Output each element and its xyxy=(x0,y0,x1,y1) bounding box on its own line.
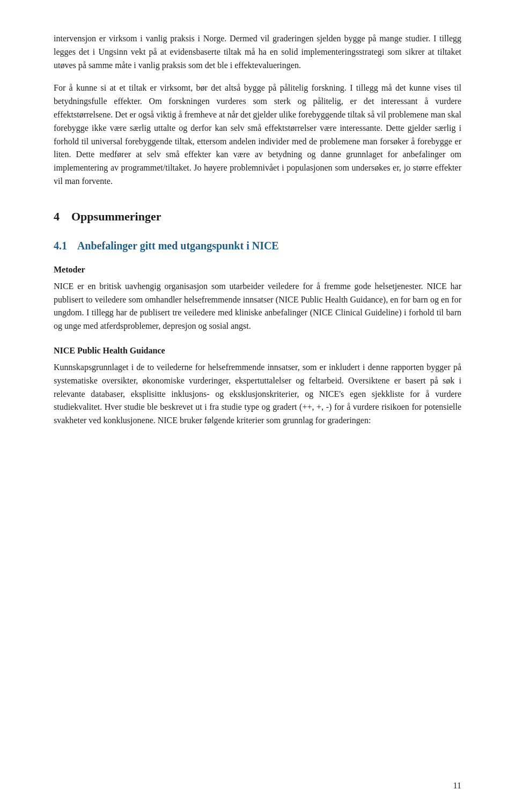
metoder-paragraph-1: NICE er en britisk uavhengig organisasjo… xyxy=(54,280,461,333)
paragraph-1: intervensjon er virksom i vanlig praksis… xyxy=(54,32,461,72)
section-41-title: Anbefalinger gitt med utgangspunkt i NIC… xyxy=(77,240,279,252)
nice-public-health-guidance-heading: NICE Public Health Guidance xyxy=(54,346,461,356)
section-41-number: 4.1 xyxy=(54,240,67,252)
page-number: 11 xyxy=(453,781,461,791)
section-41-heading: 4.1 Anbefalinger gitt med utgangspunkt i… xyxy=(54,240,461,252)
nice-paragraph-1: Kunnskapsgrunnlaget i de to veilederne f… xyxy=(54,361,461,427)
page: intervensjon er virksom i vanlig praksis… xyxy=(0,0,515,812)
paragraph-2: For å kunne si at et tiltak er virksomt,… xyxy=(54,82,461,188)
section-4-heading: 4 Oppsummeringer xyxy=(54,210,461,224)
metoder-label: Metoder xyxy=(54,265,461,275)
section-4-title: Oppsummeringer xyxy=(71,210,161,223)
section-4-number: 4 xyxy=(54,210,60,223)
